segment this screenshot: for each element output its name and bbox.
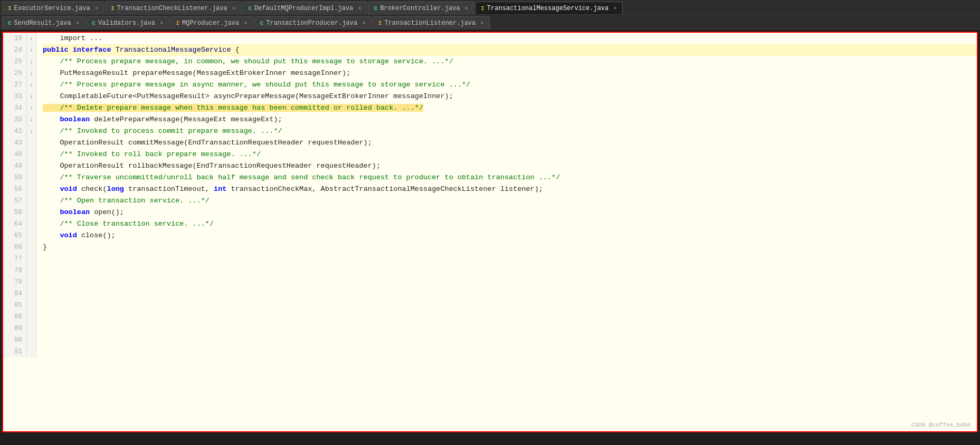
tab-close-transmsgsvc[interactable]: ×: [613, 5, 617, 12]
editor-window: IExecutorService.java×ITransactionCheckL…: [0, 0, 980, 432]
code-line-48: boolean deletePrepareMessage(MessageExt …: [43, 114, 977, 125]
gutter-cell-89[interactable]: ↓: [27, 125, 36, 137]
line-num-79: 79: [5, 276, 22, 288]
code-line-43: /** Delete prepare message when this mes…: [43, 102, 977, 114]
line-num-56: 56: [5, 183, 22, 195]
tab-translistener[interactable]: ITransactionListener.java×: [373, 16, 490, 29]
gutter-icon-33[interactable]: ↓: [30, 46, 33, 54]
tab-defaultmq[interactable]: CDefaultMQProducerImpl.java×: [242, 2, 367, 14]
gutter-cell-84[interactable]: ↓: [27, 114, 36, 125]
line-num-24: 24: [5, 44, 22, 56]
code-line-77: void check(long transactionTimeout, int …: [43, 183, 977, 195]
tab-executor[interactable]: IExecutorService.java×: [2, 2, 104, 14]
tab-close-executor[interactable]: ×: [95, 5, 99, 12]
code-line-19: import ...: [43, 33, 977, 44]
line-num-43: 43: [5, 137, 22, 149]
gutter-cell-64[interactable]: ↓: [27, 91, 36, 102]
tab-label-validators: Validators.java: [98, 20, 155, 27]
gutter: ↓ ↓ ↓ ↓ ↓ ↓ ↓ ↓ ↓: [27, 33, 36, 357]
line-num-89: 89: [5, 323, 22, 334]
gutter-icon-89[interactable]: ↓: [30, 128, 33, 135]
tab-transprod[interactable]: CTransactionProducer.java×: [254, 16, 372, 29]
code-line-56: OperationResult commitMessage(EndTransac…: [43, 137, 977, 149]
line-num-66: 66: [5, 241, 22, 253]
tab-close-mqproducer[interactable]: ×: [244, 20, 248, 26]
tab-close-validators[interactable]: ×: [160, 20, 164, 26]
tab-transmsgsvc[interactable]: ITransactionalMessageService.java×: [475, 2, 623, 14]
code-line-86: /** Close transaction service. ...*/: [43, 218, 977, 230]
tab-label-defaultmq: DefaultMQProducerImpl.java: [254, 5, 353, 12]
tab-close-broker[interactable]: ×: [465, 5, 469, 12]
tab-label-mqproducer: MQProducer.java: [182, 20, 239, 27]
tab-label-executor: ExecutorService.java: [14, 5, 90, 12]
tab-label-transprod: TransactionProducer.java: [266, 20, 357, 27]
line-num-86: 86: [5, 311, 22, 323]
line-num-34: 34: [5, 102, 22, 114]
gutter-cell-41[interactable]: ↓: [27, 56, 36, 67]
code-line-25: public interface TransactionalMessageSer…: [43, 44, 977, 56]
line-num-26: 26: [5, 67, 22, 79]
code-line-64: OperationResult rollbackMessage(EndTrans…: [43, 160, 977, 172]
tab-close-transprod[interactable]: ×: [362, 20, 366, 26]
line-num-41: 41: [5, 125, 22, 137]
line-num-78: 78: [5, 265, 22, 276]
tab-broker[interactable]: CBrokerController.java×: [368, 2, 474, 14]
tab-sendresult[interactable]: CSendResult.java×: [2, 16, 85, 29]
tab-transcheck[interactable]: ITransactionCheckListener.java×: [105, 2, 241, 14]
tab-label-sendresult: SendResult.java: [14, 20, 71, 27]
tab-close-transcheck[interactable]: ×: [232, 5, 236, 12]
code-line-58: /** Invoked to roll back prepare message…: [43, 149, 977, 160]
tab-close-sendresult[interactable]: ×: [76, 20, 80, 26]
gutter-cell-25[interactable]: ↓: [27, 33, 36, 44]
tab-label-transmsgsvc: TransactionalMessageService.java: [487, 5, 608, 12]
line-num-91: 91: [5, 346, 22, 357]
code-line-89: void close();: [43, 230, 977, 241]
tab-close-translistener[interactable]: ×: [480, 20, 484, 26]
tab-validators[interactable]: CValidators.java×: [86, 16, 169, 29]
tab-label-translistener: TransactionListener.java: [384, 20, 475, 27]
code-line-50: /** Invoked to process commit prepare me…: [43, 125, 977, 137]
watermark: CSDN @coffee_babe: [911, 422, 971, 428]
code-line-41: CompletableFuture<PutMessageResult> asyn…: [43, 91, 977, 102]
code-line-90: }: [43, 241, 977, 253]
line-numbers: 1924252627333435414348495056575864656677…: [3, 33, 27, 357]
tab-bar-row2: CSendResult.java×CValidators.java×IMQPro…: [0, 15, 980, 30]
code-line-27: /** Process prepare message, in common, …: [43, 56, 977, 67]
code-line-33: PutMessageResult prepareMessage(MessageE…: [43, 67, 977, 79]
line-num-50: 50: [5, 172, 22, 183]
line-num-85: 85: [5, 299, 22, 311]
line-num-27: 27: [5, 79, 22, 91]
line-num-19: 19: [5, 33, 22, 44]
line-num-48: 48: [5, 149, 22, 160]
gutter-icon-56[interactable]: ↓: [30, 81, 33, 89]
tab-mqproducer[interactable]: IMQProducer.java×: [170, 16, 253, 29]
gutter-icon-84[interactable]: ↓: [30, 116, 33, 123]
code-line-79: /** Open transaction service. ...*/: [43, 195, 977, 207]
gutter-icon-64[interactable]: ↓: [30, 93, 33, 100]
tab-label-broker: BrokerController.java: [380, 5, 460, 12]
code-container: 1924252627333435414348495056575864656677…: [3, 33, 977, 357]
tab-close-defaultmq[interactable]: ×: [358, 5, 361, 12]
code-line-35: /** Process prepare message in async man…: [43, 79, 977, 91]
tab-label-transcheck: TransactionCheckListener.java: [117, 5, 227, 12]
line-num-35: 35: [5, 114, 22, 125]
gutter-icon-77[interactable]: ↓: [30, 104, 33, 112]
line-num-57: 57: [5, 195, 22, 207]
line-num-58: 58: [5, 207, 22, 218]
line-num-33: 33: [5, 91, 22, 102]
line-num-65: 65: [5, 230, 22, 241]
line-num-49: 49: [5, 160, 22, 172]
line-num-25: 25: [5, 56, 22, 67]
gutter-cell-48[interactable]: ↓: [27, 67, 36, 79]
line-num-84: 84: [5, 288, 22, 299]
gutter-icon-25[interactable]: ↓: [30, 35, 33, 42]
gutter-cell-77[interactable]: ↓: [27, 102, 36, 114]
line-num-90: 90: [5, 334, 22, 346]
tab-bar-row1: IExecutorService.java×ITransactionCheckL…: [0, 0, 980, 15]
line-num-64: 64: [5, 218, 22, 230]
gutter-icon-41[interactable]: ↓: [30, 58, 33, 65]
gutter-cell-33[interactable]: ↓: [27, 44, 36, 56]
gutter-cell-56[interactable]: ↓: [27, 79, 36, 91]
editor-area: 1924252627333435414348495056575864656677…: [2, 32, 978, 432]
gutter-icon-48[interactable]: ↓: [30, 70, 33, 77]
